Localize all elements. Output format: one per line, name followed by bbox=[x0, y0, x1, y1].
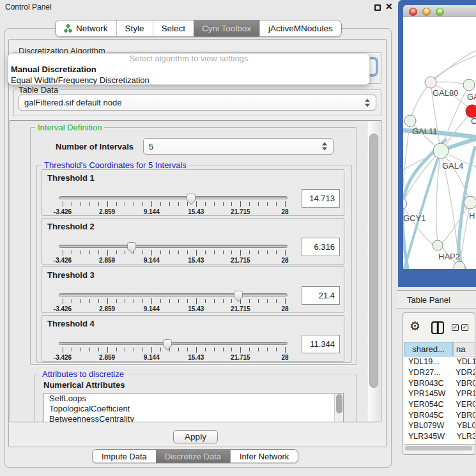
slider-tick-label: 21.715 bbox=[221, 257, 259, 264]
slider-tick-label: 28 bbox=[266, 354, 304, 361]
network-node[interactable] bbox=[425, 77, 436, 88]
slider-tick bbox=[187, 299, 188, 303]
cell-name: YBL0 bbox=[452, 421, 475, 430]
attribute-list-item[interactable]: TopologicalCoefficient bbox=[44, 404, 343, 414]
network-node[interactable] bbox=[463, 79, 475, 91]
slider-track[interactable] bbox=[59, 293, 288, 296]
threshold-value-field[interactable]: 21.4 bbox=[302, 286, 340, 305]
minimize-traffic-light[interactable] bbox=[422, 8, 431, 16]
number-of-intervals-label: Number of Intervals bbox=[56, 142, 134, 151]
scrollbar-thumb[interactable] bbox=[336, 394, 342, 413]
close-icon[interactable]: ✕ bbox=[385, 1, 393, 12]
table-row[interactable]: YDL19...YDL1 bbox=[404, 357, 475, 367]
slider-thumb[interactable] bbox=[127, 242, 137, 254]
table-hscrollbar[interactable] bbox=[404, 444, 475, 451]
network-node[interactable] bbox=[466, 105, 476, 118]
slider-tick-label: 15.43 bbox=[177, 305, 215, 312]
tab-cyni-toolbox[interactable]: Cyni Toolbox bbox=[194, 20, 259, 36]
dropdown-option-manual[interactable]: Manual Discretization bbox=[8, 64, 369, 75]
slider-tick bbox=[196, 347, 197, 353]
slider-thumb[interactable] bbox=[186, 193, 196, 206]
tab-infer-network[interactable]: Infer Network bbox=[230, 450, 298, 463]
threshold-panel: Threshold 1 14.713 -3.4262.8599.14415.43… bbox=[42, 169, 344, 216]
combo-arrows-icon bbox=[365, 98, 370, 107]
table-row[interactable]: YPR145WYPR1 bbox=[404, 388, 475, 399]
slider-tick bbox=[63, 201, 63, 207]
slider-tick bbox=[98, 348, 99, 351]
table-row[interactable]: YBR045CYBR0 bbox=[404, 410, 475, 420]
slider-tick bbox=[231, 299, 232, 303]
scrollbar-thumb[interactable] bbox=[369, 134, 378, 388]
slider-tick bbox=[187, 348, 188, 351]
network-node[interactable] bbox=[403, 199, 407, 209]
table-row[interactable]: YLR345WYLR3 bbox=[404, 431, 475, 442]
tab-discretize-data[interactable]: Discretize Data bbox=[156, 450, 230, 463]
interval-definition-group: Interval Definition Number of Intervals … bbox=[30, 127, 357, 365]
number-of-intervals-spinner[interactable]: 5 bbox=[143, 138, 334, 155]
close-traffic-light[interactable] bbox=[409, 8, 417, 16]
slider-tick-label: 21.715 bbox=[221, 208, 259, 215]
tab-jactivemnodules[interactable]: jActiveMNodules bbox=[259, 20, 341, 36]
slider-track[interactable] bbox=[59, 342, 288, 345]
gear-icon[interactable]: ⚙ bbox=[410, 319, 420, 334]
checkbox-checked-icon[interactable]: ✓ bbox=[452, 324, 459, 331]
tab-network[interactable]: Network bbox=[56, 20, 116, 36]
attributes-scrollbar[interactable] bbox=[334, 394, 343, 422]
slider-tick-label: 21.715 bbox=[221, 354, 259, 361]
network-node[interactable] bbox=[433, 240, 443, 250]
column-header-name[interactable]: na bbox=[453, 342, 475, 357]
attribute-list-item[interactable]: BetweennessCentrality bbox=[44, 414, 343, 422]
slider-track[interactable] bbox=[59, 196, 288, 199]
threshold-value-field[interactable]: 14.713 bbox=[302, 189, 340, 208]
float-icon[interactable] bbox=[374, 4, 381, 11]
slider-tick bbox=[276, 250, 277, 254]
attribute-list-item[interactable]: SelfLoops bbox=[44, 394, 343, 404]
slider-tick bbox=[107, 298, 108, 304]
slider-tick bbox=[116, 299, 117, 303]
network-node[interactable] bbox=[464, 196, 476, 209]
slider-tick bbox=[249, 299, 250, 303]
slider-tick bbox=[196, 250, 197, 256]
cell-name: YDR2 bbox=[450, 368, 475, 377]
numerical-attributes-list[interactable]: SelfLoopsTopologicalCoefficientBetweenne… bbox=[43, 393, 344, 422]
network-canvas[interactable]: GAL80GACGAL11GAL4HGCY1HAP2 bbox=[403, 17, 476, 269]
cell-name: YPR1 bbox=[451, 389, 475, 398]
threshold-value-field[interactable]: 6.316 bbox=[302, 238, 340, 256]
slider-thumb[interactable] bbox=[162, 339, 173, 351]
tab-impute-data[interactable]: Impute Data bbox=[93, 450, 156, 463]
slider-tick bbox=[178, 299, 179, 303]
threshold-value-field[interactable]: 11.344 bbox=[302, 335, 340, 353]
column-header-shared-name[interactable]: shared... bbox=[404, 342, 453, 357]
cell-shared-name: YLR345W bbox=[404, 432, 451, 441]
columns-icon[interactable] bbox=[431, 321, 444, 334]
apply-button[interactable]: Apply bbox=[173, 430, 218, 443]
tab-select[interactable]: Select bbox=[153, 20, 194, 36]
tab-style[interactable]: Style bbox=[116, 20, 153, 36]
table-row[interactable]: YBL079WYBL0 bbox=[404, 420, 475, 431]
network-node[interactable] bbox=[454, 261, 465, 269]
checkbox-checked-icon[interactable]: ✓ bbox=[461, 324, 468, 331]
table-row[interactable]: YDR27...YDR2 bbox=[404, 367, 475, 378]
slider-tick bbox=[142, 348, 143, 351]
slider-thumb[interactable] bbox=[233, 290, 243, 303]
slider-tick bbox=[89, 348, 90, 351]
attributes-group-label: Attributes to discretize bbox=[40, 369, 127, 379]
table-data-combobox[interactable]: galFiltered.sif default node bbox=[19, 95, 376, 111]
slider-track[interactable] bbox=[59, 245, 288, 248]
spinner-arrows-icon bbox=[322, 142, 327, 151]
slider-tick bbox=[151, 347, 152, 353]
dropdown-option-equal-width[interactable]: Equal Width/Frequency Discretization bbox=[8, 75, 369, 85]
table-row[interactable]: YBR043CYBR0 bbox=[404, 378, 475, 388]
slider-tick bbox=[214, 250, 215, 254]
settings-scrollbar[interactable] bbox=[367, 121, 380, 421]
table-row[interactable]: YER054CYER0 bbox=[404, 399, 475, 410]
slider-tick-label: -3.426 bbox=[43, 208, 82, 215]
threshold-panel: Threshold 3 21.4 -3.4262.8599.14415.4321… bbox=[42, 266, 344, 313]
network-node[interactable] bbox=[433, 143, 449, 158]
slider-tick bbox=[125, 299, 125, 303]
slider-tick bbox=[240, 347, 241, 353]
scrollbar-thumb[interactable] bbox=[405, 446, 472, 450]
network-node[interactable] bbox=[404, 115, 416, 127]
slider-tick bbox=[205, 348, 206, 351]
zoom-traffic-light[interactable] bbox=[436, 8, 444, 16]
